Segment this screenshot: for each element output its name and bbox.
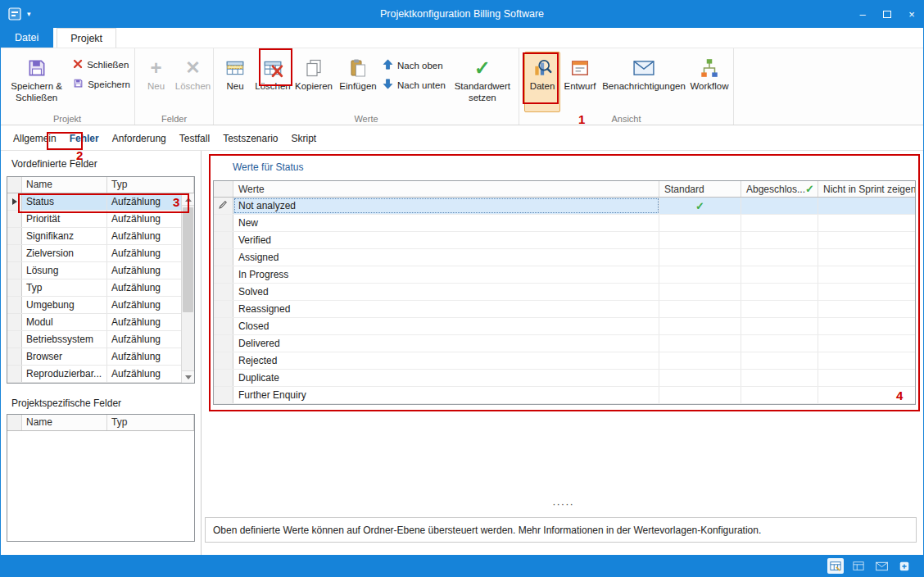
ribbon-tab-projekt[interactable]: Projekt <box>57 28 116 48</box>
value-row[interactable]: Closed <box>214 318 915 335</box>
benachrichtigungen-button[interactable]: Benachrichtigungen <box>600 52 688 112</box>
workflow-button[interactable]: Workflow <box>688 52 731 112</box>
close-button[interactable]: Schließen <box>73 59 130 70</box>
value-cell[interactable]: Delivered <box>233 335 659 352</box>
standard-cell[interactable]: ✓ <box>659 198 741 214</box>
field-name-cell[interactable]: Typ <box>22 279 107 296</box>
werte-neu-button[interactable]: Neu <box>216 52 254 112</box>
scrollbar-thumb[interactable] <box>183 207 193 312</box>
abgeschlossen-cell[interactable] <box>741 387 818 403</box>
sprint-cell[interactable] <box>818 198 915 214</box>
value-row[interactable]: Solved <box>214 284 915 301</box>
value-row[interactable]: In Progress <box>214 266 915 284</box>
field-name-cell[interactable]: Status <box>22 193 107 210</box>
field-row[interactable]: UmgebungAufzählung <box>7 297 181 314</box>
column-header-typ[interactable]: Typ <box>107 177 194 193</box>
sprint-cell[interactable] <box>818 284 915 300</box>
sprint-cell[interactable] <box>818 301 915 317</box>
field-name-cell[interactable]: Signifikanz <box>22 228 107 244</box>
werte-loeschen-button[interactable]: Löschen <box>254 52 292 112</box>
field-row[interactable]: TypAufzählung <box>7 279 181 297</box>
statusbar-entwurf-icon[interactable] <box>850 558 867 574</box>
value-row[interactable]: Verified <box>214 232 915 249</box>
value-row[interactable]: Assigned <box>214 249 915 266</box>
value-cell[interactable]: Assigned <box>233 249 659 266</box>
field-type-cell[interactable]: Aufzählung <box>107 366 181 382</box>
field-row[interactable]: ModulAufzählung <box>7 314 181 331</box>
value-row[interactable]: Reassigned <box>214 301 915 318</box>
column-header-name[interactable]: Name <box>22 177 107 193</box>
value-row[interactable]: Duplicate <box>214 370 915 387</box>
doc-tab-anforderung[interactable]: Anforderung <box>106 130 173 147</box>
value-cell[interactable]: Solved <box>233 284 659 300</box>
value-cell[interactable]: Closed <box>233 318 659 334</box>
sprint-cell[interactable] <box>818 387 915 403</box>
field-type-cell[interactable]: Aufzählung <box>107 297 181 313</box>
field-type-cell[interactable]: Aufzählung <box>107 211 181 227</box>
column-header-standard[interactable]: Standard <box>659 181 741 197</box>
sprint-cell[interactable] <box>818 352 915 369</box>
einfuegen-button[interactable]: Einfügen <box>336 52 380 112</box>
field-row[interactable]: Reproduzierbar...Aufzählung <box>7 366 181 383</box>
abgeschlossen-cell[interactable] <box>741 301 818 317</box>
statusbar-benachrichtigungen-icon[interactable] <box>873 558 890 574</box>
field-name-cell[interactable]: Lösung <box>22 262 107 279</box>
standard-cell[interactable] <box>659 387 741 403</box>
abgeschlossen-cell[interactable] <box>741 318 818 334</box>
field-name-cell[interactable]: Umgebung <box>22 297 107 313</box>
field-row[interactable]: BetriebssystemAufzählung <box>7 331 181 348</box>
abgeschlossen-cell[interactable] <box>741 335 818 352</box>
app-icon[interactable] <box>7 7 22 21</box>
nach-oben-button[interactable]: Nach oben <box>383 59 446 71</box>
column-header-name[interactable]: Name <box>22 415 107 430</box>
column-header-abgeschlossen[interactable]: Abgeschlos... ✓ <box>741 181 818 197</box>
field-name-cell[interactable]: Modul <box>22 314 107 330</box>
value-cell[interactable]: Further Enquiry <box>233 387 659 403</box>
standard-cell[interactable] <box>659 352 741 369</box>
statusbar-daten-icon[interactable] <box>827 558 844 574</box>
field-row[interactable]: ZielversionAufzählung <box>7 245 181 262</box>
field-name-cell[interactable]: Priorität <box>22 211 107 227</box>
abgeschlossen-cell[interactable] <box>741 198 818 214</box>
abgeschlossen-cell[interactable] <box>741 352 818 369</box>
sprint-cell[interactable] <box>818 370 915 386</box>
save-button[interactable]: Speichern <box>73 78 130 90</box>
felder-neu-button[interactable]: + Neu <box>138 52 174 112</box>
standard-cell[interactable] <box>659 266 741 283</box>
abgeschlossen-cell[interactable] <box>741 370 818 386</box>
entwurf-button[interactable]: Entwurf <box>560 52 600 112</box>
value-cell[interactable]: Rejected <box>233 352 659 369</box>
maximize-button[interactable] <box>875 0 899 28</box>
statusbar-workflow-icon[interactable] <box>896 558 913 574</box>
scroll-up-button[interactable] <box>182 193 194 206</box>
value-cell[interactable]: In Progress <box>233 266 659 283</box>
doc-tab-testszenario[interactable]: Testszenario <box>216 130 284 147</box>
value-row[interactable]: Delivered <box>214 335 915 352</box>
sprint-cell[interactable] <box>818 249 915 266</box>
field-type-cell[interactable]: Aufzählung <box>107 279 181 296</box>
standard-cell[interactable] <box>659 232 741 248</box>
standard-cell[interactable] <box>659 370 741 386</box>
vertical-scrollbar[interactable] <box>181 193 194 383</box>
field-name-cell[interactable]: Zielversion <box>22 245 107 261</box>
scroll-down-button[interactable] <box>182 370 194 383</box>
field-row[interactable]: BrowserAufzählung <box>7 348 181 366</box>
field-type-cell[interactable]: Aufzählung <box>107 331 181 348</box>
value-row[interactable]: Not analyzed✓ <box>214 198 915 215</box>
field-name-cell[interactable]: Betriebssystem <box>22 331 107 348</box>
field-type-cell[interactable]: Aufzählung <box>107 314 181 330</box>
save-and-close-button[interactable]: Speichern & Schließen <box>2 52 70 112</box>
column-header-werte[interactable]: Werte <box>233 181 659 197</box>
field-row[interactable]: PrioritätAufzählung <box>7 211 181 228</box>
field-type-cell[interactable]: Aufzählung <box>107 262 181 279</box>
value-cell[interactable]: Reassigned <box>233 301 659 317</box>
field-type-cell[interactable]: Aufzählung <box>107 228 181 244</box>
value-cell[interactable]: New <box>233 215 659 231</box>
field-type-cell[interactable]: Aufzählung <box>107 193 181 210</box>
value-row[interactable]: New <box>214 215 915 232</box>
value-row[interactable]: Rejected <box>214 352 915 370</box>
close-window-button[interactable]: × <box>899 0 924 28</box>
doc-tab-fehler[interactable]: Fehler <box>63 130 106 147</box>
value-cell[interactable]: Not analyzed <box>233 198 659 214</box>
field-row[interactable]: SignifikanzAufzählung <box>7 228 181 245</box>
